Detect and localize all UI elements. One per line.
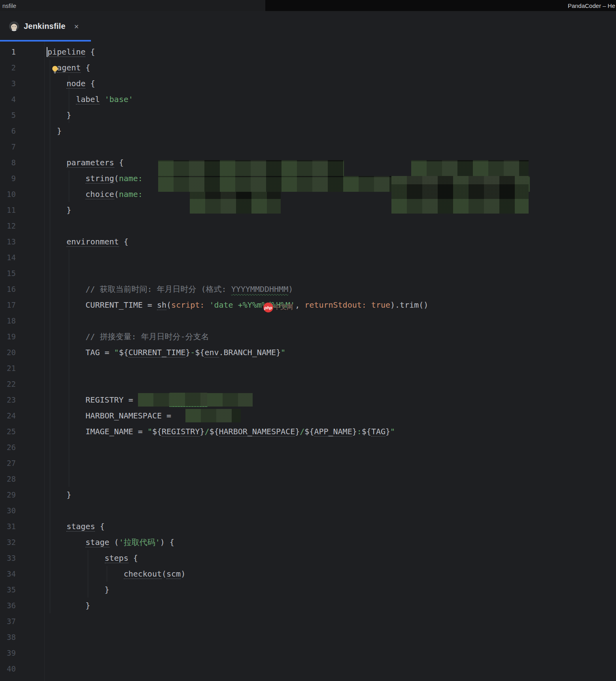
line-number[interactable]: 33 [0, 550, 16, 566]
code-token: pipeline [47, 47, 85, 57]
line-number[interactable]: 1 [0, 44, 16, 60]
code-line[interactable]: 38 [0, 629, 616, 645]
code-line[interactable]: 13 environment { [0, 234, 616, 250]
code-editor[interactable]: 1pipeline {2 agent {3 node {4 label 'bas… [0, 42, 616, 681]
line-number[interactable]: 24 [0, 408, 16, 424]
code-line[interactable]: 29 } [0, 487, 616, 503]
redacted-region [411, 160, 529, 176]
line-number[interactable]: 35 [0, 582, 16, 598]
line-number[interactable]: 2 [0, 60, 16, 76]
code-line[interactable]: 3 node { [0, 76, 616, 91]
line-number[interactable]: 21 [0, 360, 16, 376]
line-number[interactable]: 22 [0, 376, 16, 392]
line-number[interactable]: 28 [0, 471, 16, 487]
tab-jenkinsfile[interactable]: Jenkinsfile × [0, 11, 86, 42]
code-line[interactable]: 32 stage ('拉取代码') { [0, 534, 616, 550]
code-token [47, 300, 85, 310]
line-number[interactable]: 17 [0, 297, 16, 313]
code-line[interactable]: 18 [0, 313, 616, 329]
code-text: IMAGE_NAME = "${REGISTRY}/${HARBOR_NAMES… [16, 424, 395, 439]
line-number[interactable]: 7 [0, 139, 16, 155]
line-number[interactable]: 29 [0, 487, 16, 503]
code-line[interactable]: 35 } [0, 582, 616, 598]
code-line[interactable]: 7 [0, 139, 616, 155]
code-line[interactable]: 40 [0, 661, 616, 677]
line-number[interactable]: 12 [0, 218, 16, 234]
code-line[interactable]: 34 checkout(scm) [0, 566, 616, 582]
redacted-inline [207, 393, 253, 407]
code-text [16, 471, 47, 487]
code-line[interactable]: 31 stages { [0, 518, 616, 534]
line-number[interactable]: 11 [0, 202, 16, 218]
code-text: } [16, 598, 90, 613]
line-number[interactable]: 30 [0, 503, 16, 518]
code-line[interactable]: 23 REGISTRY = [0, 392, 616, 408]
code-line[interactable]: 19 // 拼接变量: 年月日时分-分支名 [0, 329, 616, 344]
code-line[interactable]: 24 HARBOR_NAMESPACE = [0, 408, 616, 424]
line-number[interactable]: 20 [0, 344, 16, 360]
code-line[interactable]: 22 [0, 376, 616, 392]
line-number[interactable]: 13 [0, 234, 16, 250]
code-line[interactable]: 27 [0, 455, 616, 471]
line-number[interactable]: 14 [0, 250, 16, 265]
line-number[interactable]: 25 [0, 424, 16, 439]
code-line[interactable]: 4 label 'base' [0, 91, 616, 107]
code-line[interactable]: 20 TAG = "${CURRENT_TIME}-${env.BRANCH_N… [0, 344, 616, 360]
code-token: { [85, 47, 95, 57]
code-token: - [190, 348, 195, 357]
code-line[interactable]: 21 [0, 360, 616, 376]
code-line[interactable]: 12 [0, 218, 616, 234]
code-line[interactable]: 6 } [0, 123, 616, 139]
line-number[interactable]: 39 [0, 645, 16, 661]
line-number[interactable]: 32 [0, 534, 16, 550]
code-line[interactable]: 16 // 获取当前时间: 年月日时分 (格式: YYYYMMDDHHMM) [0, 281, 616, 297]
code-line[interactable]: 33 steps { [0, 550, 616, 566]
line-number[interactable]: 36 [0, 598, 16, 613]
code-token: CURRENT_TIME = [85, 300, 157, 310]
line-number[interactable]: 10 [0, 186, 16, 202]
code-line[interactable]: 26 [0, 439, 616, 455]
code-token: ${ [119, 348, 128, 357]
code-line[interactable]: 28 [0, 471, 616, 487]
code-line[interactable]: 1pipeline { [0, 44, 616, 60]
line-number[interactable]: 15 [0, 265, 16, 281]
line-number[interactable]: 8 [0, 155, 16, 170]
line-number[interactable]: 38 [0, 629, 16, 645]
code-token: { [128, 553, 138, 563]
code-line[interactable]: 17 CURRENT_TIME = sh(script: 'date +%Y%m… [0, 297, 616, 313]
code-line[interactable]: 14 [0, 250, 616, 265]
line-number[interactable]: 5 [0, 107, 16, 123]
code-line[interactable]: 5 } [0, 107, 616, 123]
code-text: HARBOR_NAMESPACE = [16, 408, 241, 424]
code-line[interactable]: 30 [0, 503, 616, 518]
code-token: parameters [66, 158, 114, 168]
code-text: checkout(scm) [16, 566, 185, 582]
line-number[interactable]: 4 [0, 91, 16, 107]
line-number[interactable]: 37 [0, 613, 16, 629]
line-number[interactable]: 9 [0, 170, 16, 186]
code-text [16, 661, 47, 677]
line-number[interactable]: 34 [0, 566, 16, 582]
line-number[interactable]: 3 [0, 76, 16, 91]
code-token: name: [119, 189, 143, 199]
code-line[interactable]: 39 [0, 645, 616, 661]
line-number[interactable]: 6 [0, 123, 16, 139]
code-line[interactable]: 36 } [0, 598, 616, 613]
code-line[interactable]: 37 [0, 613, 616, 629]
line-number[interactable]: 27 [0, 455, 16, 471]
line-number[interactable]: 18 [0, 313, 16, 329]
code-line[interactable]: 25 IMAGE_NAME = "${REGISTRY}/${HARBOR_NA… [0, 424, 616, 439]
line-number[interactable]: 23 [0, 392, 16, 408]
line-number[interactable]: 16 [0, 281, 16, 297]
line-number[interactable]: 40 [0, 661, 16, 677]
line-number[interactable]: 31 [0, 518, 16, 534]
code-line[interactable]: 2 agent { [0, 60, 616, 76]
code-token: YYYYMMDDHHMM [231, 284, 289, 294]
code-line[interactable]: 15 [0, 265, 616, 281]
line-number[interactable]: 26 [0, 439, 16, 455]
code-text [16, 218, 47, 234]
line-number[interactable]: 19 [0, 329, 16, 344]
intention-bulb-icon[interactable] [51, 63, 59, 72]
tab-close-icon[interactable]: × [74, 23, 79, 30]
code-text: choice(name: [16, 186, 143, 202]
